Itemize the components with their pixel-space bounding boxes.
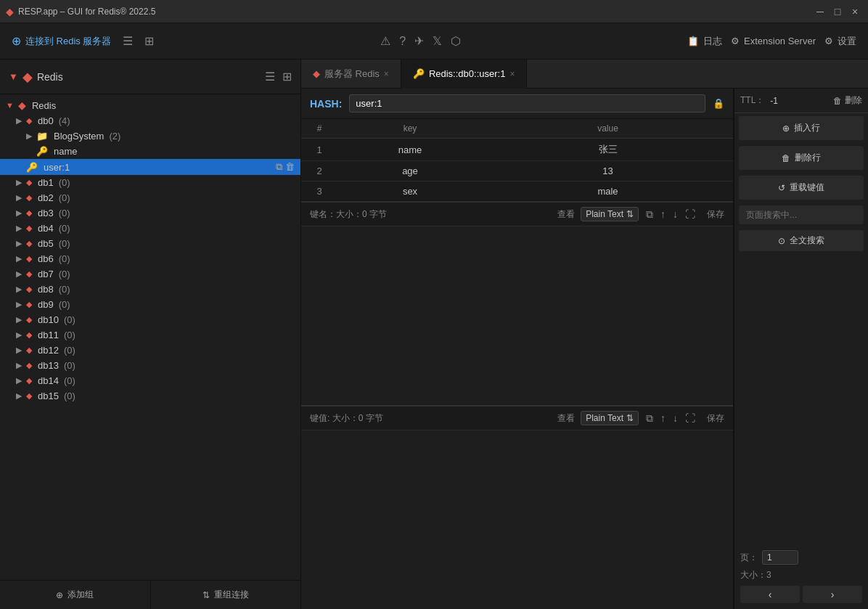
sidebar-item-db3[interactable]: ▶◆db3(0) [0, 205, 300, 221]
sidebar-item-db15[interactable]: ▶◆db15(0) [0, 388, 300, 404]
key-view-label: 查看 [557, 208, 575, 221]
value-upload-icon[interactable]: ↑ [660, 412, 666, 424]
prev-page-button[interactable]: ‹ [740, 586, 800, 603]
key-format-select[interactable]: Plain Text ⇅ [581, 207, 639, 221]
tree-count: (0) [59, 208, 70, 218]
reconnect-button[interactable]: ⇅ 重组连接 [151, 581, 301, 609]
sidebar-item-redis-root[interactable]: ▼◆Redis [0, 97, 300, 113]
sidebar-item-db11[interactable]: ▶◆db11(0) [0, 327, 300, 343]
table-row[interactable]: 1name张三 [301, 139, 733, 161]
help-icon[interactable]: ? [399, 35, 406, 48]
telegram-icon[interactable]: ✈ [414, 34, 424, 48]
warning-icon[interactable]: ⚠ [380, 34, 390, 48]
log-button[interactable]: 📋 日志 [687, 35, 722, 48]
key-editor: 键名：大小：0 字节 查看 Plain Text ⇅ ⧉ ↑ ↓ ⛶ 保存 [301, 202, 733, 405]
row-num: 1 [301, 139, 337, 161]
tab-key-close[interactable]: × [509, 69, 515, 79]
sidebar-item-db13[interactable]: ▶◆db13(0) [0, 358, 300, 373]
value-copy-icon[interactable]: ⧉ [646, 412, 653, 425]
copy-key-icon[interactable]: ⧉ [276, 161, 282, 173]
github-icon[interactable]: ⬡ [451, 34, 461, 48]
save-label-value[interactable]: 保存 [707, 412, 724, 425]
twitter-icon[interactable]: 𝕏 [433, 34, 442, 48]
row-key: sex [337, 181, 483, 202]
key-editor-textarea[interactable] [301, 226, 733, 405]
lock-icon[interactable]: 🔒 [713, 98, 724, 109]
redis-diamond-icon: ◆ [22, 69, 33, 85]
ttl-label: TTL： [740, 94, 764, 107]
hash-key-input[interactable] [349, 94, 705, 113]
download-icon[interactable]: ↓ [673, 208, 678, 220]
db-expand-icon: ▶ [16, 361, 22, 370]
value-format-select[interactable]: Plain Text ⇅ [581, 411, 639, 425]
close-button[interactable]: × [848, 4, 862, 19]
sidebar-item-db12[interactable]: ▶◆db12(0) [0, 343, 300, 358]
split-icon[interactable]: ⊞ [282, 70, 292, 83]
table-row[interactable]: 2age13 [301, 161, 733, 181]
insert-row-button[interactable]: ⊕ 插入行 [739, 116, 864, 140]
title-bar-controls[interactable]: ─ □ × [813, 4, 862, 19]
tree-count: (0) [59, 238, 70, 249]
db-diamond-icon: ◆ [26, 315, 32, 324]
ttl-row: TTL： -1 🗑 删除 [734, 89, 868, 113]
tab-server[interactable]: ◆ 服务器 Redis × [301, 60, 401, 89]
sidebar-item-db7[interactable]: ▶◆db7(0) [0, 266, 300, 282]
delete-key-button[interactable]: 🗑 删除 [833, 94, 862, 107]
sidebar-item-blogsystem[interactable]: ▶📁BlogSystem(2) [0, 128, 300, 144]
value-download-icon[interactable]: ↓ [673, 412, 678, 424]
sidebar-item-db6[interactable]: ▶◆db6(0) [0, 251, 300, 266]
expand-icon[interactable]: ⛶ [685, 208, 695, 220]
full-search-button[interactable]: ⊙ 全文搜索 [739, 230, 864, 251]
delete-key-icon[interactable]: 🗑 [285, 161, 295, 173]
sidebar-item-user1[interactable]: 🔑user:1⧉🗑 [0, 159, 300, 175]
tree-count: (0) [64, 330, 75, 340]
sidebar-item-db4[interactable]: ▶◆db4(0) [0, 221, 300, 236]
upload-icon[interactable]: ↑ [660, 208, 666, 220]
tree-label: name [54, 146, 78, 157]
sidebar-item-db9[interactable]: ▶◆db9(0) [0, 297, 300, 312]
right-panel: TTL： -1 🗑 删除 ⊕ 插入行 🗑 删除行 ↺ [734, 89, 868, 609]
page-info: 页： [740, 550, 862, 565]
sidebar-item-db14[interactable]: ▶◆db14(0) [0, 373, 300, 388]
title-bar: ◆ RESP.app – GUI for Redis® 2022.5 ─ □ × [0, 0, 868, 23]
page-input[interactable] [762, 550, 798, 565]
layout-icon[interactable]: ⊞ [144, 34, 154, 48]
value-editor-textarea[interactable] [301, 430, 733, 609]
sidebar-item-db10[interactable]: ▶◆db10(0) [0, 312, 300, 327]
maximize-button[interactable]: □ [830, 4, 845, 19]
connect-button[interactable]: ⊕ 连接到 Redis 服务器 [12, 34, 111, 48]
minimize-button[interactable]: ─ [813, 4, 827, 19]
row-value: male [483, 181, 733, 202]
settings-button[interactable]: ⚙ 设置 [824, 35, 856, 48]
hash-panel: HASH: 🔒 # key value [301, 89, 734, 609]
col-header-key: key [337, 119, 483, 139]
sidebar-item-db5[interactable]: ▶◆db5(0) [0, 236, 300, 251]
menu-icon[interactable]: ☰ [123, 34, 133, 48]
hash-header: HASH: 🔒 [301, 89, 733, 119]
sidebar-item-db1[interactable]: ▶◆db1(0) [0, 175, 300, 190]
next-page-button[interactable]: › [803, 586, 862, 603]
list-icon[interactable]: ☰ [265, 70, 275, 83]
value-expand-icon[interactable]: ⛶ [685, 412, 695, 424]
sidebar-item-db2[interactable]: ▶◆db2(0) [0, 190, 300, 205]
page-search-input[interactable] [739, 205, 864, 224]
save-label-key[interactable]: 保存 [707, 208, 724, 221]
tab-server-close[interactable]: × [384, 69, 389, 79]
db-expand-icon: ▶ [16, 285, 22, 294]
db-expand-icon: ▶ [16, 300, 22, 309]
delete-row-button[interactable]: 🗑 删除行 [739, 146, 864, 170]
reload-key-button[interactable]: ↺ 重载键值 [739, 176, 864, 200]
add-group-button[interactable]: ⊕ 添加组 [0, 581, 150, 609]
db-diamond-icon: ◆ [26, 300, 32, 309]
extension-server-button[interactable]: ⚙ Extension Server [731, 36, 816, 46]
copy-icon[interactable]: ⧉ [646, 208, 653, 221]
db-diamond-icon: ◆ [26, 178, 32, 187]
tab-key[interactable]: 🔑 Redis::db0::user:1 × [401, 60, 528, 89]
sidebar-item-name[interactable]: 🔑name [0, 144, 300, 159]
tab-key-label: Redis::db0::user:1 [429, 68, 506, 79]
sidebar-item-db0[interactable]: ▶◆db0(4) [0, 113, 300, 128]
table-row[interactable]: 3sexmale [301, 181, 733, 202]
chevron-down-icon: ▼ [9, 71, 18, 82]
sidebar-item-db8[interactable]: ▶◆db8(0) [0, 282, 300, 297]
sidebar-root-toggle[interactable]: ▼ ◆ Redis [9, 69, 63, 85]
